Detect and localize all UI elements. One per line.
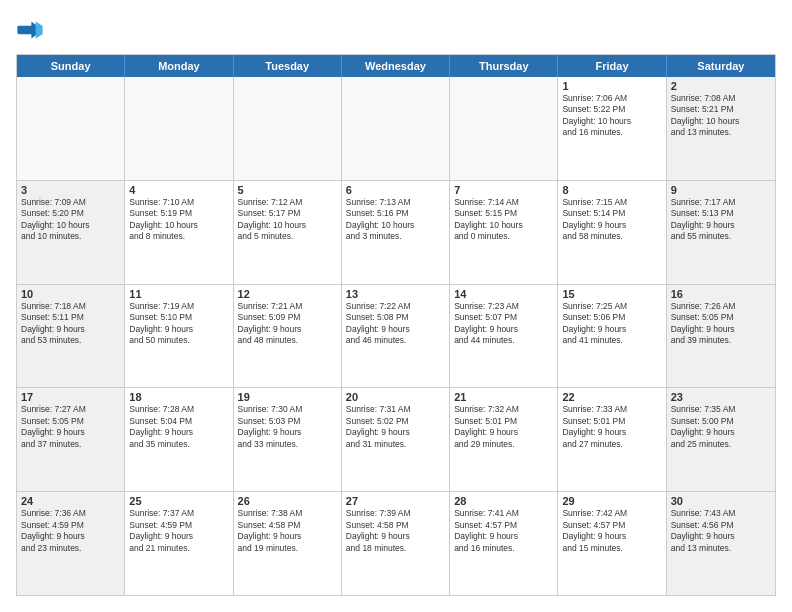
day-number: 30 [671, 495, 771, 507]
weekday-header-monday: Monday [125, 55, 233, 77]
day-number: 24 [21, 495, 120, 507]
day-number: 12 [238, 288, 337, 300]
day-number: 19 [238, 391, 337, 403]
day-number: 3 [21, 184, 120, 196]
day-info: Sunrise: 7:06 AM Sunset: 5:22 PM Dayligh… [562, 93, 661, 139]
day-number: 4 [129, 184, 228, 196]
day-info: Sunrise: 7:14 AM Sunset: 5:15 PM Dayligh… [454, 197, 553, 243]
calendar-cell-15: 15Sunrise: 7:25 AM Sunset: 5:06 PM Dayli… [558, 285, 666, 388]
calendar-cell-26: 26Sunrise: 7:38 AM Sunset: 4:58 PM Dayli… [234, 492, 342, 595]
calendar-cell-25: 25Sunrise: 7:37 AM Sunset: 4:59 PM Dayli… [125, 492, 233, 595]
day-number: 9 [671, 184, 771, 196]
calendar-cell-5: 5Sunrise: 7:12 AM Sunset: 5:17 PM Daylig… [234, 181, 342, 284]
day-number: 21 [454, 391, 553, 403]
day-info: Sunrise: 7:38 AM Sunset: 4:58 PM Dayligh… [238, 508, 337, 554]
calendar-cell-empty [17, 77, 125, 180]
calendar-cell-8: 8Sunrise: 7:15 AM Sunset: 5:14 PM Daylig… [558, 181, 666, 284]
calendar-cell-30: 30Sunrise: 7:43 AM Sunset: 4:56 PM Dayli… [667, 492, 775, 595]
day-info: Sunrise: 7:31 AM Sunset: 5:02 PM Dayligh… [346, 404, 445, 450]
day-number: 10 [21, 288, 120, 300]
day-info: Sunrise: 7:12 AM Sunset: 5:17 PM Dayligh… [238, 197, 337, 243]
day-info: Sunrise: 7:35 AM Sunset: 5:00 PM Dayligh… [671, 404, 771, 450]
day-number: 23 [671, 391, 771, 403]
day-info: Sunrise: 7:26 AM Sunset: 5:05 PM Dayligh… [671, 301, 771, 347]
day-info: Sunrise: 7:42 AM Sunset: 4:57 PM Dayligh… [562, 508, 661, 554]
day-info: Sunrise: 7:17 AM Sunset: 5:13 PM Dayligh… [671, 197, 771, 243]
calendar-cell-18: 18Sunrise: 7:28 AM Sunset: 5:04 PM Dayli… [125, 388, 233, 491]
weekday-header-thursday: Thursday [450, 55, 558, 77]
calendar-cell-29: 29Sunrise: 7:42 AM Sunset: 4:57 PM Dayli… [558, 492, 666, 595]
day-info: Sunrise: 7:41 AM Sunset: 4:57 PM Dayligh… [454, 508, 553, 554]
day-info: Sunrise: 7:23 AM Sunset: 5:07 PM Dayligh… [454, 301, 553, 347]
day-number: 26 [238, 495, 337, 507]
day-number: 28 [454, 495, 553, 507]
calendar-row-4: 24Sunrise: 7:36 AM Sunset: 4:59 PM Dayli… [17, 491, 775, 595]
weekday-header-wednesday: Wednesday [342, 55, 450, 77]
day-number: 5 [238, 184, 337, 196]
day-info: Sunrise: 7:27 AM Sunset: 5:05 PM Dayligh… [21, 404, 120, 450]
weekday-header-tuesday: Tuesday [234, 55, 342, 77]
calendar-cell-20: 20Sunrise: 7:31 AM Sunset: 5:02 PM Dayli… [342, 388, 450, 491]
calendar-cell-21: 21Sunrise: 7:32 AM Sunset: 5:01 PM Dayli… [450, 388, 558, 491]
calendar-cell-17: 17Sunrise: 7:27 AM Sunset: 5:05 PM Dayli… [17, 388, 125, 491]
calendar-cell-6: 6Sunrise: 7:13 AM Sunset: 5:16 PM Daylig… [342, 181, 450, 284]
day-info: Sunrise: 7:33 AM Sunset: 5:01 PM Dayligh… [562, 404, 661, 450]
calendar-cell-1: 1Sunrise: 7:06 AM Sunset: 5:22 PM Daylig… [558, 77, 666, 180]
calendar-cell-13: 13Sunrise: 7:22 AM Sunset: 5:08 PM Dayli… [342, 285, 450, 388]
calendar-cell-27: 27Sunrise: 7:39 AM Sunset: 4:58 PM Dayli… [342, 492, 450, 595]
weekday-header-sunday: Sunday [17, 55, 125, 77]
calendar-cell-empty [125, 77, 233, 180]
day-info: Sunrise: 7:36 AM Sunset: 4:59 PM Dayligh… [21, 508, 120, 554]
calendar-cell-7: 7Sunrise: 7:14 AM Sunset: 5:15 PM Daylig… [450, 181, 558, 284]
svg-rect-3 [17, 26, 34, 34]
calendar-cell-4: 4Sunrise: 7:10 AM Sunset: 5:19 PM Daylig… [125, 181, 233, 284]
day-info: Sunrise: 7:22 AM Sunset: 5:08 PM Dayligh… [346, 301, 445, 347]
calendar-cell-2: 2Sunrise: 7:08 AM Sunset: 5:21 PM Daylig… [667, 77, 775, 180]
day-number: 22 [562, 391, 661, 403]
day-info: Sunrise: 7:32 AM Sunset: 5:01 PM Dayligh… [454, 404, 553, 450]
weekday-header-saturday: Saturday [667, 55, 775, 77]
calendar-cell-28: 28Sunrise: 7:41 AM Sunset: 4:57 PM Dayli… [450, 492, 558, 595]
day-info: Sunrise: 7:19 AM Sunset: 5:10 PM Dayligh… [129, 301, 228, 347]
day-info: Sunrise: 7:21 AM Sunset: 5:09 PM Dayligh… [238, 301, 337, 347]
day-info: Sunrise: 7:15 AM Sunset: 5:14 PM Dayligh… [562, 197, 661, 243]
calendar-row-1: 3Sunrise: 7:09 AM Sunset: 5:20 PM Daylig… [17, 180, 775, 284]
calendar-cell-24: 24Sunrise: 7:36 AM Sunset: 4:59 PM Dayli… [17, 492, 125, 595]
day-info: Sunrise: 7:28 AM Sunset: 5:04 PM Dayligh… [129, 404, 228, 450]
day-number: 16 [671, 288, 771, 300]
day-number: 14 [454, 288, 553, 300]
day-number: 11 [129, 288, 228, 300]
day-number: 29 [562, 495, 661, 507]
calendar-cell-19: 19Sunrise: 7:30 AM Sunset: 5:03 PM Dayli… [234, 388, 342, 491]
day-number: 15 [562, 288, 661, 300]
calendar-row-3: 17Sunrise: 7:27 AM Sunset: 5:05 PM Dayli… [17, 387, 775, 491]
calendar-cell-empty [450, 77, 558, 180]
day-info: Sunrise: 7:37 AM Sunset: 4:59 PM Dayligh… [129, 508, 228, 554]
day-number: 25 [129, 495, 228, 507]
day-info: Sunrise: 7:25 AM Sunset: 5:06 PM Dayligh… [562, 301, 661, 347]
day-info: Sunrise: 7:18 AM Sunset: 5:11 PM Dayligh… [21, 301, 120, 347]
day-number: 20 [346, 391, 445, 403]
day-number: 1 [562, 80, 661, 92]
calendar-cell-empty [342, 77, 450, 180]
day-number: 2 [671, 80, 771, 92]
calendar-cell-16: 16Sunrise: 7:26 AM Sunset: 5:05 PM Dayli… [667, 285, 775, 388]
day-number: 17 [21, 391, 120, 403]
day-number: 18 [129, 391, 228, 403]
calendar-cell-23: 23Sunrise: 7:35 AM Sunset: 5:00 PM Dayli… [667, 388, 775, 491]
day-number: 13 [346, 288, 445, 300]
header [16, 16, 776, 44]
calendar-header: SundayMondayTuesdayWednesdayThursdayFrid… [17, 55, 775, 77]
day-info: Sunrise: 7:09 AM Sunset: 5:20 PM Dayligh… [21, 197, 120, 243]
day-number: 7 [454, 184, 553, 196]
calendar-cell-3: 3Sunrise: 7:09 AM Sunset: 5:20 PM Daylig… [17, 181, 125, 284]
day-info: Sunrise: 7:10 AM Sunset: 5:19 PM Dayligh… [129, 197, 228, 243]
calendar-cell-22: 22Sunrise: 7:33 AM Sunset: 5:01 PM Dayli… [558, 388, 666, 491]
day-number: 8 [562, 184, 661, 196]
logo-icon [16, 16, 44, 44]
calendar-body: 1Sunrise: 7:06 AM Sunset: 5:22 PM Daylig… [17, 77, 775, 595]
calendar-cell-empty [234, 77, 342, 180]
day-info: Sunrise: 7:39 AM Sunset: 4:58 PM Dayligh… [346, 508, 445, 554]
calendar-cell-10: 10Sunrise: 7:18 AM Sunset: 5:11 PM Dayli… [17, 285, 125, 388]
calendar-cell-12: 12Sunrise: 7:21 AM Sunset: 5:09 PM Dayli… [234, 285, 342, 388]
